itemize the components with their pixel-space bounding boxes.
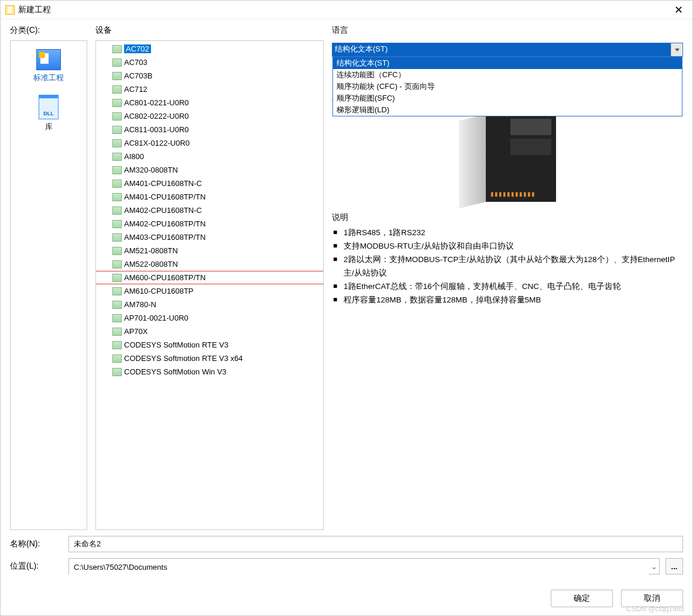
category-list: 标准工程 库: [10, 40, 87, 530]
device-item[interactable]: AC703B: [96, 69, 323, 82]
category-item-standard[interactable]: 标准工程: [33, 49, 64, 83]
device-item[interactable]: AM401-CPU1608TP/TN: [96, 190, 323, 204]
window-title: 新建工程: [18, 5, 51, 15]
device-item[interactable]: CODESYS Softmotion RTE V3 x64: [96, 352, 323, 365]
device-item[interactable]: AM402-CPU1608TN-C: [96, 204, 323, 217]
device-icon: [112, 180, 122, 188]
location-input[interactable]: [69, 559, 649, 575]
language-label: 语言: [332, 25, 683, 36]
device-item[interactable]: AM403-CPU1608TP/TN: [96, 230, 323, 244]
app-icon: [5, 5, 15, 15]
device-item[interactable]: CODESYS SoftMotion RTE V3: [96, 338, 323, 352]
device-item[interactable]: AC81X-0122-U0R0: [96, 136, 323, 150]
device-icon: [112, 193, 122, 201]
language-option[interactable]: 顺序功能块 (CFC) - 页面向导: [333, 81, 682, 92]
description-line: 支持MODBUS-RTU主/从站协议和自由串口协议: [332, 240, 683, 253]
device-item-label: AI800: [124, 152, 144, 161]
device-item-label: CODESYS Softmotion RTE V3 x64: [124, 354, 243, 363]
device-item[interactable]: AM402-CPU1608TP/TN: [96, 217, 323, 230]
device-icon: [112, 301, 122, 309]
device-item[interactable]: CODESYS SoftMotion Win V3: [96, 365, 323, 378]
device-tree[interactable]: AC702AC703AC703BAC712AC801-0221-U0R0AC80…: [95, 40, 324, 530]
description-heading: 说明: [332, 212, 683, 223]
location-field-label: 位置(L):: [10, 561, 63, 572]
device-item[interactable]: AM320-0808TN: [96, 163, 323, 177]
device-item-label: AC801-0221-U0R0: [124, 98, 189, 107]
device-item-label: AP70X: [124, 327, 147, 336]
device-item-label: AM403-CPU1608TP/TN: [124, 233, 205, 242]
chevron-down-icon[interactable]: [671, 43, 682, 56]
description-line: 程序容量128MB，数据容量128MB，掉电保持容量5MB: [332, 294, 683, 307]
device-icon: [112, 274, 122, 282]
device-item-label: AM600-CPU1608TP/TN: [124, 273, 205, 282]
device-icon: [112, 85, 122, 94]
language-option[interactable]: 顺序功能图(SFC): [333, 92, 682, 104]
device-icon: [112, 112, 122, 121]
ok-button[interactable]: 确定: [551, 590, 613, 607]
device-icon: [112, 166, 122, 174]
browse-button[interactable]: ...: [665, 558, 683, 574]
device-item-label: AM320-0808TN: [124, 166, 178, 174]
description-line: 1路RS485，1路RS232: [332, 226, 683, 240]
language-dropdown: 结构化文本(ST)连续功能图（CFC）顺序功能块 (CFC) - 页面向导顺序功…: [332, 57, 682, 116]
device-item[interactable]: AM521-0808TN: [96, 244, 323, 257]
device-item-label: AM521-0808TN: [124, 246, 178, 255]
device-item-label: AC702: [124, 44, 151, 53]
device-icon: [112, 72, 122, 80]
project-icon: [36, 49, 61, 70]
device-icon: [112, 314, 122, 322]
device-icon: [112, 58, 122, 67]
device-icon: [112, 368, 122, 376]
device-item[interactable]: AM522-0808TN: [96, 257, 323, 271]
device-icon: [112, 207, 122, 215]
device-item[interactable]: AC702: [96, 42, 323, 56]
dialog-new-project: 新建工程 ✕ 分类(C): 标准工程 库: [0, 0, 693, 616]
category-item-label: 标准工程: [33, 73, 64, 83]
device-item-label: AM402-CPU1608TN-C: [124, 206, 202, 215]
device-item-label: AC712: [124, 85, 147, 94]
language-selected: 结构化文本(ST): [332, 43, 682, 56]
device-item[interactable]: AC802-0222-U0R0: [96, 109, 323, 123]
device-item-label: AM401-CPU1608TN-C: [124, 179, 202, 188]
language-option[interactable]: 结构化文本(ST): [333, 57, 682, 69]
device-icon: [112, 139, 122, 147]
device-item[interactable]: AC811-0031-U0R0: [96, 123, 323, 136]
description-panel: 说明 1路RS485，1路RS232支持MODBUS-RTU主/从站协议和自由串…: [332, 212, 683, 307]
device-item[interactable]: AC801-0221-U0R0: [96, 96, 323, 109]
device-item[interactable]: AI800: [96, 150, 323, 163]
device-item[interactable]: AM780-N: [96, 298, 323, 311]
device-item-label: AC811-0031-U0R0: [124, 125, 189, 134]
device-item-label: AC81X-0122-U0R0: [124, 139, 190, 147]
device-item[interactable]: AM401-CPU1608TN-C: [96, 177, 323, 190]
language-combobox[interactable]: 结构化文本(ST) 结构化文本(ST)连续功能图（CFC）顺序功能块 (CFC)…: [332, 43, 683, 57]
category-item-library[interactable]: 库: [39, 95, 59, 132]
device-item-label: AC802-0222-U0R0: [124, 112, 189, 121]
device-item[interactable]: AC703: [96, 56, 323, 69]
category-label: 分类(C):: [10, 25, 87, 36]
language-option[interactable]: 连续功能图（CFC）: [333, 69, 682, 81]
device-icon: [112, 247, 122, 255]
language-option[interactable]: 梯形逻辑图(LD): [333, 104, 682, 116]
name-input[interactable]: [68, 536, 683, 552]
watermark: CSDN @cfqq1989: [626, 605, 684, 613]
chevron-down-icon[interactable]: ⌄: [649, 559, 659, 574]
device-label: 设备: [95, 25, 324, 36]
close-icon[interactable]: ✕: [670, 2, 688, 18]
device-icon: [112, 341, 122, 349]
device-image: [459, 114, 556, 202]
device-icon: [112, 355, 122, 363]
device-icon: [112, 260, 122, 269]
device-item[interactable]: AM600-CPU1608TP/TN: [96, 271, 323, 284]
category-item-label: 库: [45, 122, 53, 132]
titlebar: 新建工程 ✕: [1, 1, 692, 19]
device-item[interactable]: AM610-CPU1608TP: [96, 284, 323, 298]
device-item-label: AM522-0808TN: [124, 260, 178, 269]
device-item[interactable]: AC712: [96, 82, 323, 96]
device-item[interactable]: AP701-0021-U0R0: [96, 311, 323, 325]
device-icon: [112, 153, 122, 161]
library-icon: [39, 95, 59, 119]
device-icon: [112, 220, 122, 228]
device-item[interactable]: AP70X: [96, 325, 323, 338]
device-icon: [112, 287, 122, 295]
device-icon: [112, 99, 122, 107]
